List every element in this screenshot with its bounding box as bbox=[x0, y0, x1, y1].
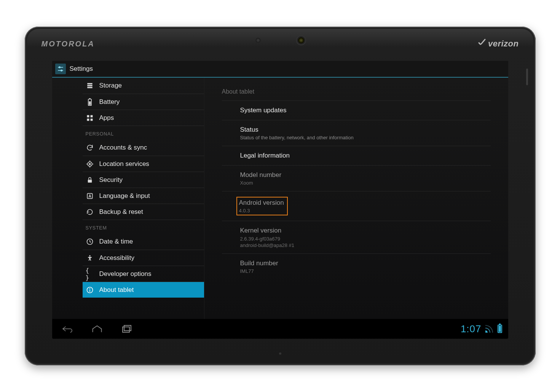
row-subtitle: Status of the battery, network, and othe… bbox=[240, 135, 491, 140]
sidebar-item-location[interactable]: Location services bbox=[83, 156, 204, 172]
row-kernel: Kernel version 2.6.39.4-gf03a679 android… bbox=[222, 221, 491, 253]
sidebar-item-backup[interactable]: Backup & reset bbox=[83, 204, 204, 220]
row-value-2: android-build@apa28 #1 bbox=[240, 242, 491, 248]
svg-rect-9 bbox=[89, 101, 91, 105]
svg-rect-10 bbox=[87, 115, 89, 117]
sidebar-item-label: Date & time bbox=[99, 238, 133, 245]
sidebar-item-label: Language & input bbox=[99, 192, 150, 200]
content-pane: About tablet System updates Status Statu… bbox=[204, 78, 508, 319]
bezel-top: MOTOROLA verizon bbox=[25, 27, 536, 61]
verizon-check-icon bbox=[477, 40, 486, 48]
battery-status-icon bbox=[498, 325, 502, 333]
brand-motorola: MOTOROLA bbox=[41, 40, 95, 48]
sidebar-item-label: Security bbox=[99, 176, 123, 184]
svg-point-15 bbox=[89, 163, 90, 164]
sidebar-item-label: Battery bbox=[99, 98, 120, 106]
row-system-updates[interactable]: System updates bbox=[222, 101, 491, 120]
svg-rect-13 bbox=[90, 118, 93, 121]
svg-text:A: A bbox=[88, 194, 91, 198]
svg-rect-5 bbox=[87, 85, 92, 86]
svg-rect-12 bbox=[87, 118, 89, 121]
clock-icon bbox=[86, 238, 94, 245]
sidebar-item-label: Accessibility bbox=[99, 254, 135, 262]
sidebar-item-label: Apps bbox=[99, 114, 114, 122]
svg-rect-4 bbox=[87, 83, 92, 84]
developer-icon: { } bbox=[86, 267, 94, 281]
row-status[interactable]: Status Status of the battery, network, a… bbox=[222, 120, 491, 146]
sidebar-item-apps[interactable]: Apps bbox=[83, 110, 204, 126]
about-icon bbox=[86, 286, 94, 294]
svg-point-24 bbox=[89, 255, 90, 256]
battery-icon bbox=[86, 98, 94, 106]
row-title: Kernel version bbox=[240, 226, 491, 235]
row-title: Status bbox=[240, 126, 491, 134]
sidebar-item-accessibility[interactable]: Accessibility bbox=[83, 250, 204, 266]
sidebar-item-label: About tablet bbox=[99, 286, 134, 294]
sidebar-item-label: Storage bbox=[99, 82, 122, 89]
location-icon bbox=[86, 160, 94, 168]
sidebar-item-label: Developer options bbox=[99, 270, 152, 278]
nav-home-button[interactable] bbox=[88, 321, 106, 336]
sidebar-item-security[interactable]: Security bbox=[83, 172, 204, 188]
row-title: Legal information bbox=[240, 151, 491, 160]
language-icon: A bbox=[86, 192, 94, 200]
nav-recent-button[interactable] bbox=[118, 321, 136, 336]
row-title: Model number bbox=[240, 171, 491, 179]
row-value: 2.6.39.4-gf03a679 bbox=[240, 236, 491, 242]
sidebar-item-datetime[interactable]: Date & time bbox=[83, 234, 204, 250]
sidebar-item-accounts-sync[interactable]: Accounts & sync bbox=[83, 140, 204, 156]
system-navbar: 1:07 bbox=[52, 319, 508, 339]
row-android-version[interactable]: Android version 4.0.3 bbox=[222, 191, 491, 221]
sidebar-item-language[interactable]: A Language & input bbox=[83, 188, 204, 204]
nav-back-button[interactable] bbox=[58, 321, 77, 336]
settings-sidebar[interactable]: Storage Battery Apps PERSONAL bbox=[52, 78, 204, 319]
sidebar-item-storage[interactable]: Storage bbox=[83, 78, 204, 94]
dock-indicator bbox=[279, 352, 281, 355]
backup-icon bbox=[86, 208, 94, 216]
row-title: System updates bbox=[240, 106, 491, 115]
front-camera bbox=[298, 37, 304, 43]
row-model: Model number Xoom bbox=[222, 166, 491, 191]
sensor-dot bbox=[256, 38, 260, 42]
front-sensors bbox=[256, 37, 304, 43]
status-area[interactable]: 1:07 bbox=[461, 323, 502, 335]
brand-verizon-text: verizon bbox=[488, 39, 519, 49]
row-title: Android version bbox=[239, 199, 284, 207]
android-version-highlight: Android version 4.0.3 bbox=[236, 197, 288, 215]
row-value: 4.0.3 bbox=[239, 208, 284, 214]
sidebar-item-developer[interactable]: { } Developer options bbox=[83, 266, 204, 282]
app-title: Settings bbox=[70, 65, 93, 73]
svg-rect-20 bbox=[88, 180, 92, 183]
row-build: Build number IML77 bbox=[222, 254, 491, 279]
section-header-personal: PERSONAL bbox=[83, 126, 204, 140]
tablet-frame: MOTOROLA verizon Settings bbox=[25, 27, 536, 365]
svg-rect-11 bbox=[90, 115, 93, 117]
app-body: Storage Battery Apps PERSONAL bbox=[52, 78, 508, 319]
apps-icon bbox=[86, 114, 94, 122]
app-header: Settings bbox=[52, 61, 508, 78]
row-legal[interactable]: Legal information bbox=[222, 146, 491, 166]
speaker-slit bbox=[526, 69, 528, 85]
sidebar-item-label: Location services bbox=[99, 160, 149, 168]
content-header: About tablet bbox=[222, 88, 491, 101]
svg-rect-8 bbox=[89, 98, 90, 99]
storage-icon bbox=[86, 82, 94, 89]
svg-point-1 bbox=[59, 67, 60, 68]
settings-icon bbox=[55, 64, 66, 74]
row-value: IML77 bbox=[240, 268, 491, 274]
wifi-icon bbox=[485, 325, 494, 333]
sidebar-item-label: Backup & reset bbox=[99, 208, 143, 216]
section-header-system: SYSTEM bbox=[83, 220, 204, 234]
row-title: Build number bbox=[240, 259, 491, 268]
svg-rect-28 bbox=[123, 327, 129, 332]
security-icon bbox=[86, 176, 94, 184]
status-clock: 1:07 bbox=[461, 323, 482, 335]
screen: Settings Storage Battery bbox=[52, 61, 508, 339]
svg-rect-6 bbox=[87, 87, 92, 88]
sync-icon bbox=[86, 144, 94, 151]
sidebar-item-battery[interactable]: Battery bbox=[83, 94, 204, 110]
sidebar-item-label: Accounts & sync bbox=[99, 144, 147, 151]
svg-point-3 bbox=[61, 70, 62, 71]
sidebar-item-about[interactable]: About tablet bbox=[83, 282, 204, 298]
accessibility-icon bbox=[86, 254, 94, 262]
